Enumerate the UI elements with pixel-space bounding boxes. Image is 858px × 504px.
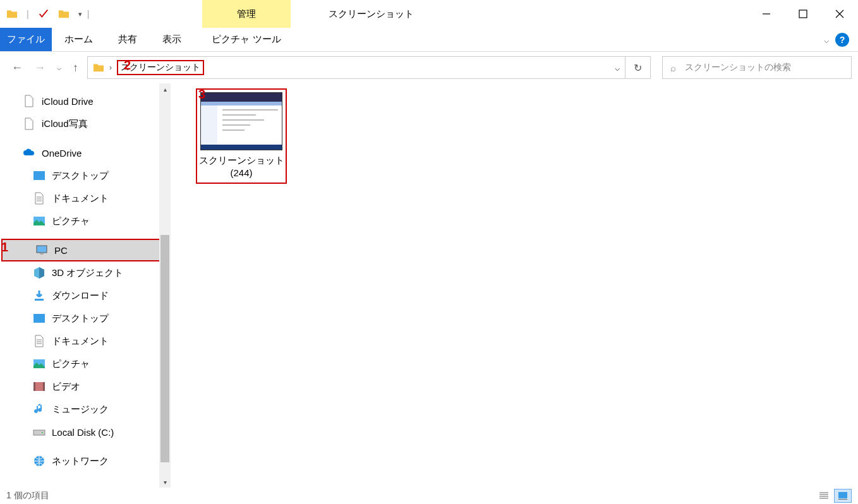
address-bar[interactable]: › スクリーンショット ⌵	[87, 56, 625, 79]
download-icon	[33, 289, 45, 302]
scroll-down-icon[interactable]: ▾	[159, 476, 171, 488]
close-button[interactable]	[821, 0, 858, 28]
qat-separator: |	[87, 9, 90, 19]
video-icon	[33, 380, 45, 393]
sidebar-item-pictures[interactable]: ピクチャ	[0, 210, 171, 232]
scrollbar[interactable]: ▴ ▾	[159, 83, 171, 488]
music-icon	[33, 403, 45, 416]
svg-rect-11	[33, 430, 45, 435]
ribbon-collapse-icon[interactable]: ⌵	[824, 35, 829, 45]
svg-rect-9	[33, 382, 35, 391]
sidebar-item-label: ドキュメント	[52, 193, 109, 205]
window-controls	[748, 0, 858, 28]
tab-home[interactable]: ホーム	[52, 28, 106, 51]
sidebar-item-documents2[interactable]: ドキュメント	[0, 330, 171, 352]
nav-arrows: ← → ⌵ ↑	[6, 61, 83, 75]
file-tab[interactable]: ファイル	[0, 28, 52, 51]
annotation-3: 3	[198, 87, 205, 102]
file-name-line1: スクリーンショット	[198, 154, 284, 167]
sidebar-item-icloud-photos[interactable]: iCloud写真	[0, 112, 171, 135]
sidebar-item-desktop2[interactable]: デスクトップ	[0, 307, 171, 330]
disk-icon	[33, 426, 45, 438]
svg-rect-1	[33, 171, 45, 180]
qat-separator: |	[27, 9, 29, 19]
annotation-1: 1	[1, 240, 8, 255]
forward-button[interactable]: →	[34, 61, 45, 75]
folder-icon	[33, 169, 45, 182]
scroll-up-icon[interactable]: ▴	[159, 83, 171, 95]
pic-icon	[33, 215, 45, 227]
sidebar-item-label: ピクチャ	[52, 215, 90, 227]
sidebar-item-label: デスクトップ	[52, 170, 109, 182]
doc-lines-icon	[33, 192, 45, 205]
svg-rect-6	[33, 314, 45, 323]
doc-icon	[23, 117, 35, 130]
qat-dropdown-icon[interactable]: ▾	[78, 10, 82, 18]
sidebar-item-icloud-drive[interactable]: iCloud Drive	[0, 90, 171, 112]
checkmark-icon[interactable]	[38, 8, 49, 20]
sidebar-item-pictures2[interactable]: ピクチャ	[0, 352, 171, 375]
titlebar: | ▾ | 管理 スクリーンショット	[0, 0, 858, 28]
file-item[interactable]: スクリーンショット (244)	[196, 88, 287, 184]
sidebar-item-music[interactable]: ミュージック	[0, 398, 171, 421]
file-thumbnail	[200, 92, 282, 150]
sidebar: ▴ ▾ iCloud Drive iCloud写真 OneDrive デスクトッ…	[0, 83, 171, 488]
file-name-line2: (244)	[198, 167, 284, 179]
sidebar-item-label: 3D オブジェクト	[52, 267, 123, 279]
sidebar-item-label: ピクチャ	[52, 358, 90, 370]
sidebar-item-videos[interactable]: ビデオ	[0, 375, 171, 398]
help-icon[interactable]: ?	[835, 33, 849, 47]
scroll-thumb[interactable]	[160, 235, 169, 462]
sidebar-item-label: ドキュメント	[52, 335, 109, 347]
sidebar-item-label: Local Disk (C:)	[52, 427, 114, 438]
doc-icon	[23, 95, 35, 107]
chevron-right-icon[interactable]: ›	[109, 63, 112, 72]
sidebar-item-label: iCloud写真	[42, 118, 88, 130]
thumbnails-view-button[interactable]	[834, 489, 852, 503]
svg-rect-0	[799, 10, 807, 18]
tab-view[interactable]: 表示	[150, 28, 194, 51]
sidebar-item-desktop[interactable]: デスクトップ	[0, 164, 171, 187]
recent-dropdown-icon[interactable]: ⌵	[57, 63, 61, 72]
up-button[interactable]: ↑	[73, 61, 78, 75]
sidebar-item-label: ネットワーク	[52, 455, 109, 467]
tab-share[interactable]: 共有	[106, 28, 150, 51]
sidebar-item-label: デスクトップ	[52, 313, 109, 325]
pc-icon	[35, 244, 48, 256]
picture-tools-tab[interactable]: ピクチャ ツール	[202, 28, 291, 52]
ribbon-right: ⌵ ?	[824, 28, 858, 51]
search-box[interactable]: ⌕ スクリーンショットの検索	[662, 56, 852, 79]
search-icon: ⌕	[670, 63, 676, 73]
minimize-button[interactable]	[748, 0, 785, 28]
cube-icon	[33, 267, 45, 279]
sidebar-item-label: OneDrive	[42, 148, 82, 159]
sidebar-item-label: ミュージック	[52, 404, 109, 416]
back-button[interactable]: ←	[11, 61, 23, 75]
sidebar-item-pc[interactable]: PC	[1, 239, 169, 261]
sidebar-item-localdisk[interactable]: Local Disk (C:)	[0, 421, 171, 443]
svg-point-12	[42, 432, 43, 433]
sidebar-item-3d[interactable]: 3D オブジェクト	[0, 261, 171, 284]
sidebar-item-label: ビデオ	[52, 381, 80, 393]
sidebar-item-onedrive[interactable]: OneDrive	[0, 141, 171, 164]
address-dropdown-icon[interactable]: ⌵	[615, 63, 620, 73]
network-icon	[33, 455, 45, 467]
folder-icon	[33, 312, 45, 325]
svg-rect-3	[37, 246, 47, 253]
folder-icon	[6, 8, 18, 20]
doc-lines-icon	[33, 335, 45, 347]
sidebar-item-downloads[interactable]: ダウンロード	[0, 284, 171, 307]
svg-rect-4	[40, 253, 44, 255]
ribbon: ファイル ホーム 共有 表示 ピクチャ ツール ⌵ ?	[0, 28, 858, 52]
pic-icon	[33, 357, 45, 370]
svg-rect-5	[35, 299, 44, 301]
sidebar-item-network[interactable]: ネットワーク	[0, 450, 171, 472]
refresh-button[interactable]: ↻	[625, 56, 651, 79]
details-view-button[interactable]	[815, 489, 833, 503]
sidebar-item-documents[interactable]: ドキュメント	[0, 187, 171, 210]
sidebar-item-label: iCloud Drive	[42, 96, 94, 107]
content-pane[interactable]: スクリーンショット (244)	[171, 83, 858, 488]
context-tab-header: 管理	[202, 0, 291, 28]
cloud-icon	[23, 147, 35, 159]
maximize-button[interactable]	[785, 0, 821, 28]
